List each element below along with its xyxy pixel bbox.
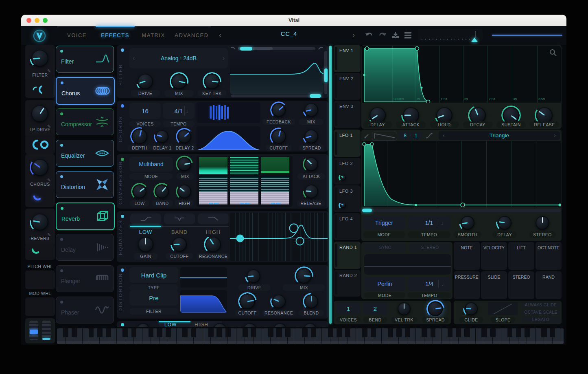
compressor-mode-value[interactable]: Multiband (129, 157, 173, 172)
mod-source-velocity[interactable]: VELOCITY (481, 242, 507, 270)
eq-cutoff-knob[interactable] (172, 237, 187, 252)
compressor-power-dot[interactable] (60, 112, 63, 115)
tempo-note-icon[interactable]: ♩ (442, 281, 447, 287)
always-glide-toggle[interactable]: ALWAYS GLIDE (522, 302, 560, 308)
effects-list-item-filter[interactable]: Filter (56, 46, 114, 73)
rand-mode-value[interactable]: Perlin (364, 277, 405, 291)
mod-source-oct-note[interactable]: OCT NOTE (536, 242, 562, 270)
rand-sync-button[interactable]: SYNC (364, 244, 406, 252)
distortion-filter-position-value[interactable]: Pre (129, 290, 178, 306)
mod-source-slide[interactable]: SLIDE (481, 271, 507, 299)
tab-high[interactable]: HIGH (195, 322, 208, 327)
distortion-resonance-knob[interactable] (272, 295, 286, 308)
fx-scrollbar[interactable] (329, 46, 332, 324)
mod-wheel[interactable] (42, 321, 51, 340)
env-sustain-knob[interactable] (503, 107, 519, 123)
mod-source-pressure[interactable]: PRESSURE (454, 271, 480, 299)
equalizer-power-dot[interactable] (60, 144, 63, 147)
distortion-type-value[interactable]: Hard Clip (129, 267, 178, 283)
prev-icon[interactable]: ‹ (133, 55, 135, 62)
partial-knob[interactable] (213, 323, 227, 327)
mod-source-lift[interactable]: LIFT (508, 242, 534, 270)
tab-env-1[interactable]: ENV 1 (334, 45, 361, 72)
tab-env-3[interactable]: ENV 3 (334, 101, 361, 128)
eq-band-tab-low[interactable]: LOW (130, 229, 161, 235)
distortion-power-dot[interactable] (60, 175, 63, 178)
chorus-cutoff-knob[interactable] (271, 129, 286, 144)
glide-slope-display[interactable] (488, 302, 518, 315)
filter-blend-slider[interactable] (238, 47, 315, 50)
tab-matrix[interactable]: MATRIX (134, 30, 173, 41)
lp-drive-module-knob[interactable] (31, 105, 48, 122)
filter-response-display[interactable] (230, 51, 324, 94)
filter-fx-power-dot[interactable] (121, 48, 124, 52)
compressor-release-knob[interactable] (304, 185, 318, 198)
reverb-module-mods[interactable] (25, 244, 55, 260)
effects-list-item-equalizer[interactable]: Equalizer (56, 140, 114, 167)
octave-scale-toggle[interactable]: OCTAVE SCALE (522, 309, 560, 315)
effects-list-item-flanger[interactable]: Flanger (56, 265, 114, 292)
volume-slider[interactable] (492, 35, 562, 36)
lfo-grid-selector[interactable]: 8 - 1 (399, 132, 422, 140)
lfo-smooth-knob[interactable] (461, 216, 474, 230)
lfo-shape-selector[interactable]: ‹ Triangle › (439, 131, 560, 140)
env-decay-knob[interactable] (470, 107, 486, 123)
filter-module-knob[interactable] (31, 50, 48, 67)
distortion-wave-display[interactable] (180, 267, 227, 288)
mod-source-rand[interactable]: RAND (536, 271, 562, 299)
partial-knob[interactable] (303, 323, 317, 327)
distortion-drive-knob[interactable] (247, 269, 260, 283)
lp-drive-module-mods[interactable] (25, 135, 55, 154)
compressor-mix-knob[interactable] (177, 157, 191, 171)
filter-drive-knob[interactable] (138, 74, 153, 89)
lfo-stereo-knob[interactable] (536, 216, 549, 230)
tab-lfo-3[interactable]: LFO 3 (334, 185, 361, 212)
spread-knob[interactable] (428, 301, 443, 316)
tab-advanced[interactable]: ADVANCED (173, 30, 211, 41)
lfo-tempo-value[interactable]: 1/1 ♩ (408, 216, 450, 230)
chorus-filter-display[interactable] (197, 126, 260, 150)
preset-next-button[interactable]: › (352, 31, 355, 40)
reverb-fx-power-dot[interactable] (121, 323, 124, 326)
tempo-note-icon[interactable]: ♩ (441, 220, 447, 226)
bend-value[interactable]: 2 (363, 302, 387, 315)
preset-name[interactable]: CC_4 (228, 30, 350, 37)
compressor-low-knob[interactable] (133, 185, 146, 198)
menu-icon[interactable] (404, 32, 412, 39)
tab-voice[interactable]: VOICE (58, 30, 96, 41)
redo-icon[interactable] (378, 31, 387, 40)
pitch-indicator-triangle[interactable] (471, 37, 478, 42)
eq-response-display[interactable] (230, 213, 328, 261)
compressor-high-knob[interactable] (177, 185, 191, 198)
vel-trk-knob[interactable] (398, 302, 411, 315)
effects-list-item-reverb[interactable]: Reverb (56, 202, 115, 230)
eq-gain-knob[interactable] (138, 237, 153, 252)
effects-list-item-chorus[interactable]: Chorus (56, 77, 115, 105)
chorus-feedback-knob[interactable] (272, 103, 286, 117)
band-shape-button[interactable] (164, 213, 195, 224)
mod-wheel-mod-box[interactable] (25, 297, 55, 316)
effects-list-item-distortion[interactable]: Distortion (56, 171, 114, 198)
high-shape-button[interactable] (198, 213, 229, 224)
save-download-icon[interactable] (391, 31, 400, 40)
compressor-attack-knob[interactable] (304, 157, 318, 171)
next-icon[interactable]: › (554, 132, 556, 139)
env-delay-knob[interactable] (369, 107, 386, 123)
lfo-shape-preview[interactable] (372, 132, 397, 141)
chorus-spread-knob[interactable] (304, 130, 318, 143)
effects-list-item-compressor[interactable]: Compressor (56, 108, 114, 135)
chorus-tempo-value[interactable]: 4/1 ♩ (163, 103, 195, 119)
tab-low[interactable]: LOW (164, 322, 177, 327)
partial-knob[interactable] (273, 323, 287, 327)
effects-list-item-phaser[interactable]: Phaser (56, 297, 114, 323)
chorus-mix-knob[interactable] (304, 103, 318, 117)
distortion-mix-knob[interactable] (296, 268, 312, 284)
black-keys[interactable] (57, 328, 564, 337)
filter-keytrk-knob[interactable] (204, 74, 220, 89)
lfo-delay-knob[interactable] (498, 216, 511, 230)
distortion-cutoff-knob[interactable] (240, 294, 255, 309)
lfo-phase-slider[interactable] (362, 209, 561, 212)
preset-prev-button[interactable]: ‹ (219, 31, 221, 40)
paint-brush-icon[interactable] (364, 132, 370, 139)
tab-effects[interactable]: EFFECTS (96, 30, 134, 41)
